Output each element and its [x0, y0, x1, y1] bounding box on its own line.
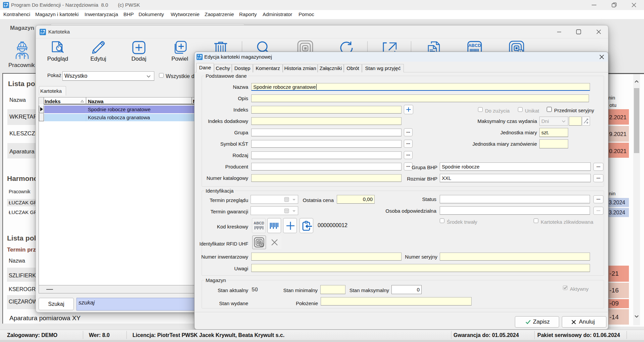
svg-text:ABCD: ABCD [468, 43, 481, 48]
svg-text:ABCD: ABCD [254, 221, 264, 225]
